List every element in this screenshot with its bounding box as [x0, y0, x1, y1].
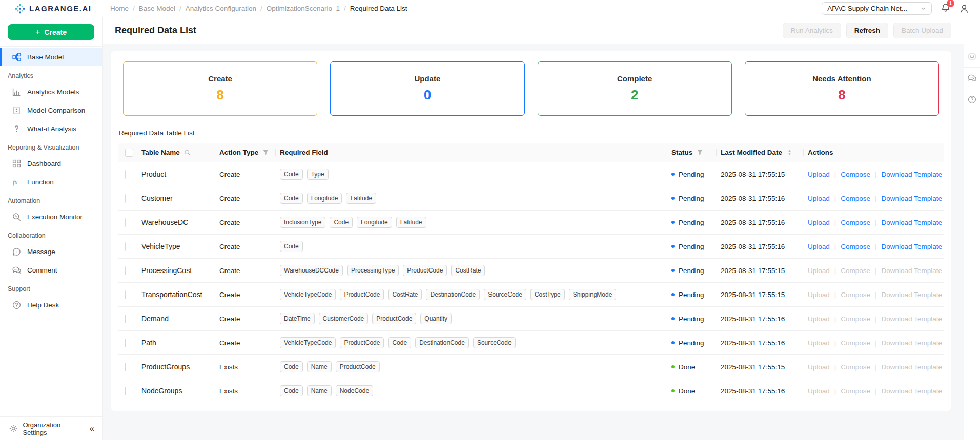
- model-icon: [12, 53, 21, 61]
- workspace-selector[interactable]: APAC Supply Chain Net...: [822, 2, 932, 15]
- feedback-chat-button[interactable]: [964, 68, 980, 89]
- row-checkbox[interactable]: [125, 315, 126, 323]
- gear-icon[interactable]: [9, 424, 17, 433]
- compose-link[interactable]: Compose: [841, 195, 870, 202]
- sidebar-item-base-model[interactable]: Base Model: [0, 48, 102, 66]
- cell-action-type: Create: [219, 171, 280, 178]
- download-template-link[interactable]: Download Template: [882, 243, 942, 250]
- upload-link[interactable]: Upload: [808, 171, 830, 178]
- row-checkbox[interactable]: [125, 290, 126, 299]
- action-separator: |: [875, 267, 877, 275]
- field-tag: Code: [280, 385, 303, 396]
- sidebar-item-model-comparison[interactable]: Model Comparison: [0, 101, 102, 119]
- notifications-button[interactable]: 1: [941, 3, 950, 14]
- right-rail: [964, 17, 980, 440]
- compose-link[interactable]: Compose: [841, 243, 870, 250]
- upload-link[interactable]: Upload: [808, 243, 830, 250]
- row-checkbox[interactable]: [125, 218, 126, 227]
- filter-icon[interactable]: [262, 149, 269, 156]
- sidebar-item-label: Dashboard: [27, 160, 61, 167]
- download-template-link[interactable]: Download Template: [882, 195, 942, 202]
- sidebar-item-what-if-analysis[interactable]: What-if Analysis: [0, 119, 102, 138]
- field-tag: CostRate: [388, 289, 422, 300]
- sidebar-item-message[interactable]: Message: [0, 242, 102, 261]
- upload-link[interactable]: Upload: [808, 195, 830, 202]
- breadcrumb-item-required-data-list[interactable]: Required Data List: [350, 5, 407, 12]
- sidebar: + Create Base Model Analytics Analytics …: [0, 17, 103, 440]
- breadcrumb-item-optimizationscenario-1[interactable]: OptimizationScenario_1: [267, 5, 340, 12]
- top-bar: LAGRANGE.AI Home / Base Model / Analytic…: [0, 0, 980, 17]
- row-checkbox[interactable]: [125, 363, 126, 371]
- field-tag: Code: [280, 361, 303, 372]
- refresh-button[interactable]: Refresh: [846, 23, 888, 38]
- filter-icon[interactable]: [697, 149, 703, 156]
- sidebar-item-execution-monitor[interactable]: Execution Monitor: [0, 207, 102, 226]
- upload-link[interactable]: Upload: [808, 219, 830, 226]
- sidebar-item-analytics-models[interactable]: Analytics Models: [0, 82, 102, 101]
- cell-table-name: Customer: [141, 194, 219, 202]
- sidebar-item-dashboard[interactable]: Dashboard: [0, 154, 102, 173]
- cell-last-modified: 2025-08-31 17:55:16: [721, 387, 808, 395]
- status-label: Pending: [679, 195, 704, 202]
- cell-status: Pending: [671, 195, 721, 202]
- action-separator: |: [875, 219, 877, 226]
- batch-upload-button[interactable]: Batch Upload: [893, 23, 951, 38]
- row-checkbox[interactable]: [125, 266, 126, 275]
- assistant-bot-button[interactable]: [964, 46, 980, 68]
- summary-card-label: Complete: [617, 74, 652, 83]
- brand-logo[interactable]: LAGRANGE.AI: [0, 3, 103, 14]
- breadcrumb-item-base-model[interactable]: Base Model: [139, 5, 175, 12]
- sidebar-item-help-desk[interactable]: Help Desk: [0, 296, 102, 314]
- field-tag: DestinationCode: [415, 337, 469, 348]
- table-row: ProcessingCost Create WarehouseDCCodePro…: [118, 259, 944, 283]
- field-tag: ProductCode: [372, 313, 416, 324]
- breadcrumb-item-home[interactable]: Home: [110, 5, 129, 12]
- cell-action-type: Exists: [219, 387, 280, 395]
- cell-status: Pending: [671, 243, 721, 250]
- cell-table-name: NodeGroups: [141, 387, 219, 395]
- row-checkbox[interactable]: [125, 242, 126, 251]
- create-button[interactable]: + Create: [8, 24, 94, 40]
- select-all-checkbox[interactable]: [125, 149, 133, 157]
- help-icon: [12, 301, 21, 309]
- sidebar-item-label: Base Model: [27, 53, 64, 61]
- row-checkbox[interactable]: [125, 339, 126, 347]
- cell-last-modified: 2025-08-31 17:55:16: [721, 219, 808, 226]
- breadcrumb-separator: /: [260, 5, 262, 12]
- summary-card-value: 8: [216, 87, 223, 103]
- collapse-sidebar-icon[interactable]: «: [90, 424, 94, 433]
- user-menu-button[interactable]: [959, 4, 969, 13]
- compose-link[interactable]: Compose: [841, 171, 870, 178]
- sidebar-item-comment[interactable]: Comment: [0, 261, 102, 279]
- cell-last-modified: 2025-08-31 17:55:16: [721, 243, 808, 250]
- field-tag: Code: [280, 193, 303, 204]
- status-label: Done: [679, 363, 695, 371]
- sidebar-item-label: What-if Analysis: [27, 125, 76, 133]
- field-tag: ProductCode: [403, 265, 447, 276]
- help-button[interactable]: [964, 89, 980, 110]
- download-template-link[interactable]: Download Template: [882, 219, 942, 226]
- compose-link[interactable]: Compose: [841, 219, 870, 226]
- summary-card-update[interactable]: Update 0: [330, 61, 524, 116]
- cell-actions: Upload|Compose|Download Template: [808, 387, 944, 395]
- table-row: NodeGroups Exists CodeNameNodeCode Done …: [118, 379, 944, 403]
- summary-card-create[interactable]: Create 8: [123, 61, 317, 116]
- row-checkbox[interactable]: [125, 387, 126, 395]
- download-template-link[interactable]: Download Template: [882, 171, 942, 178]
- row-checkbox[interactable]: [125, 194, 126, 203]
- status-dot: [671, 173, 675, 176]
- organization-settings-label[interactable]: Organization Settings: [23, 421, 84, 436]
- row-checkbox[interactable]: [125, 170, 126, 179]
- sidebar-section-automation: Automation: [0, 191, 102, 207]
- run-analytics-button[interactable]: Run Analytics: [783, 23, 841, 38]
- cell-action-type: Create: [219, 195, 280, 202]
- sidebar-item-function[interactable]: Function: [0, 173, 102, 191]
- sorter-icon[interactable]: [786, 149, 793, 156]
- breadcrumb-separator: /: [179, 5, 181, 12]
- breadcrumb-item-analytics-configuration[interactable]: Analytics Configuration: [186, 5, 256, 12]
- summary-card-complete[interactable]: Complete 2: [538, 61, 732, 116]
- search-icon[interactable]: [184, 149, 191, 156]
- field-tag: ProductCode: [340, 289, 384, 300]
- cell-status: Pending: [671, 219, 721, 226]
- summary-card-needs-attention[interactable]: Needs Attention 8: [745, 61, 939, 116]
